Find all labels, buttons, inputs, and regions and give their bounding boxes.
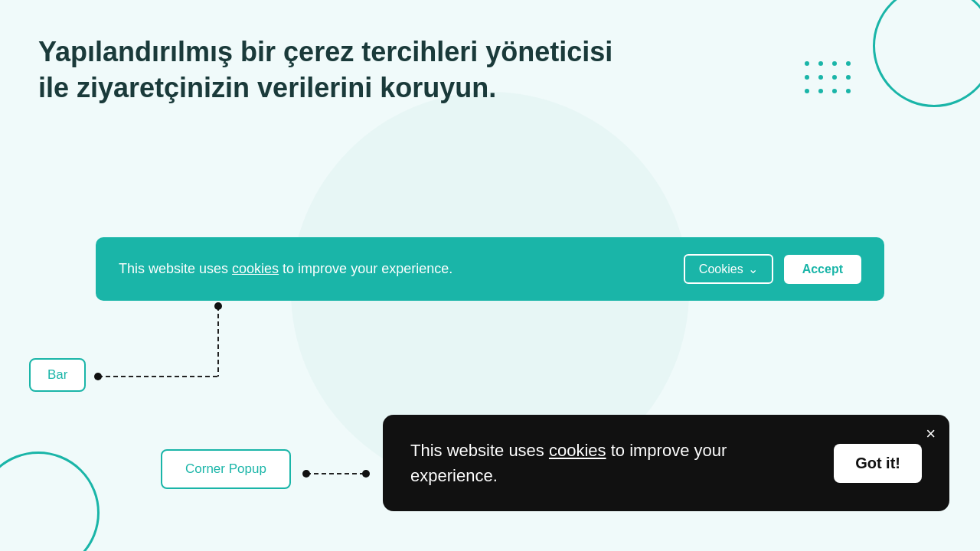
connector-dot-top xyxy=(214,302,222,310)
black-popup-text: This website uses cookies to improve you… xyxy=(410,438,732,488)
connector-dot-popup-right xyxy=(362,470,370,478)
connector-dot-popup-left xyxy=(302,470,310,478)
cookies-link[interactable]: cookies xyxy=(232,261,279,276)
label-corner-popup[interactable]: Corner Popup xyxy=(161,449,291,489)
cookie-bar-text: This website uses cookies to improve you… xyxy=(119,261,452,277)
label-bar[interactable]: Bar xyxy=(29,358,86,392)
bg-circle-top-right xyxy=(873,0,980,107)
cookies-dropdown-button[interactable]: Cookies ⌄ xyxy=(684,254,773,284)
cookie-bar-buttons: Cookies ⌄ Accept xyxy=(684,254,861,284)
black-popup-cookies-link[interactable]: cookies xyxy=(549,441,606,460)
bg-circle-bottom-left xyxy=(0,452,100,551)
connector-dot-bar xyxy=(94,373,102,380)
got-it-button[interactable]: Got it! xyxy=(834,444,922,483)
cookie-bar: This website uses cookies to improve you… xyxy=(96,237,884,301)
accept-button[interactable]: Accept xyxy=(784,255,861,284)
close-button[interactable]: × xyxy=(926,425,936,442)
black-popup: This website uses cookies to improve you… xyxy=(383,415,949,511)
bg-dots xyxy=(805,61,854,96)
main-heading: Yapılandırılmış bir çerez tercihleri yön… xyxy=(38,34,612,106)
chevron-down-icon: ⌄ xyxy=(748,262,758,276)
